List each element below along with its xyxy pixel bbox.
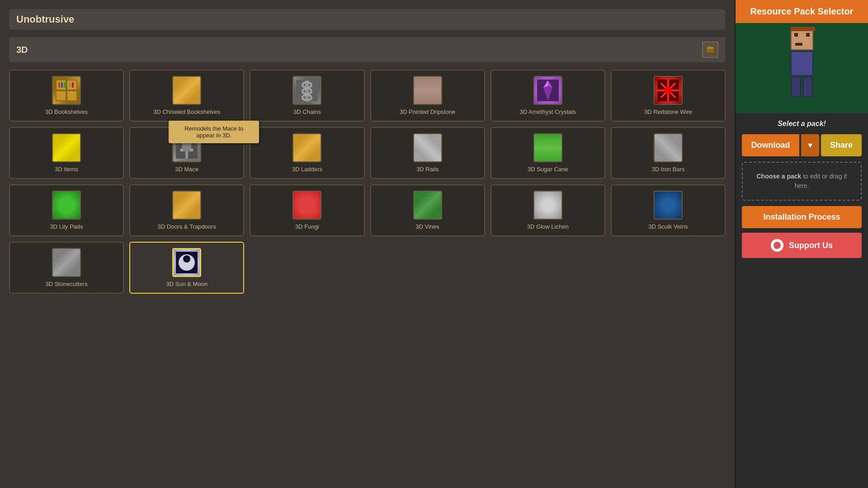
- item-icon-lilypads: [52, 191, 81, 220]
- item-name-sugarcane: 3D Sugar Cane: [528, 166, 568, 173]
- sidebar-select-label: Select a pack!: [736, 113, 868, 134]
- item-icon-amethyst: [533, 76, 562, 105]
- item-card-amethyst[interactable]: 3D Amethyst Crystals: [491, 70, 605, 122]
- item-name-stonecutters: 3D Stonecutters: [45, 281, 87, 287]
- subsection-icon: [702, 42, 718, 58]
- svg-rect-8: [67, 91, 76, 100]
- item-name-mace: 3D Mace: [175, 166, 198, 173]
- item-name-doors: 3D Doors & Trapdoors: [158, 223, 216, 230]
- item-icon-vines: [413, 191, 442, 220]
- svg-rect-2: [709, 46, 711, 49]
- download-button[interactable]: Download: [742, 134, 799, 156]
- item-card-redstone[interactable]: 3D Redstone Wire: [611, 70, 726, 122]
- main-content: Unobtrusive 3D 3D Bookshelves3D Chiseled…: [0, 0, 735, 488]
- svg-rect-36: [190, 149, 193, 151]
- item-card-vines[interactable]: 3D Vines: [370, 184, 485, 236]
- svg-rect-13: [72, 82, 74, 88]
- sidebar: Resource Pack Selector: [735, 0, 868, 488]
- svg-rect-15: [305, 80, 309, 100]
- item-card-sunmoon[interactable]: 3D Sun & Moon: [129, 242, 244, 294]
- item-name-ironbars: 3D Iron Bars: [651, 166, 684, 173]
- share-button[interactable]: Share: [821, 134, 862, 156]
- svg-rect-9: [58, 82, 60, 88]
- svg-rect-7: [57, 91, 66, 100]
- item-name-amethyst: 3D Amethyst Crystals: [520, 108, 576, 115]
- item-name-glowlichen: 3D Glow Lichen: [527, 223, 569, 230]
- item-name-sunmoon: 3D Sun & Moon: [166, 281, 208, 287]
- svg-rect-1: [708, 47, 709, 49]
- item-name-lilypads: 3D Lily Pads: [50, 223, 83, 230]
- minecraft-character: [775, 28, 829, 109]
- item-card-stonecutters[interactable]: 3D Stonecutters: [9, 242, 124, 294]
- item-card-chiseled-bookshelves[interactable]: 3D Chiseled BookshelvesRemodels the Mace…: [129, 70, 244, 122]
- item-icon-ladders: [292, 133, 321, 162]
- item-card-bookshelves[interactable]: 3D Bookshelves: [9, 70, 124, 122]
- item-card-ironbars[interactable]: 3D Iron Bars: [611, 127, 726, 179]
- item-name-sculkveins: 3D Sculk Veins: [648, 223, 688, 230]
- download-share-group: Download ▼ Share: [742, 134, 862, 156]
- item-card-lilypads[interactable]: 3D Lily Pads: [9, 184, 124, 236]
- item-card-fungi[interactable]: 3D Fungi: [250, 184, 364, 236]
- svg-rect-35: [180, 149, 183, 151]
- item-icon-sculkveins: [654, 191, 683, 220]
- svg-rect-11: [64, 82, 66, 88]
- svg-point-29: [665, 87, 672, 94]
- sidebar-header: Resource Pack Selector: [736, 0, 868, 23]
- item-card-doors[interactable]: 3D Doors & Trapdoors: [129, 184, 244, 236]
- item-icon-fungi: [292, 191, 321, 220]
- item-card-glowlichen[interactable]: 3D Glow Lichen: [491, 184, 605, 236]
- item-name-chiseled-bookshelves: 3D Chiseled Bookshelves: [153, 108, 220, 115]
- sidebar-preview: [736, 23, 868, 113]
- item-card-sugarcane[interactable]: 3D Sugar Cane: [491, 127, 605, 179]
- item-icon-stonecutters: [52, 248, 81, 277]
- item-name-chains: 3D Chains: [293, 108, 321, 115]
- item-name-rails: 3D Rails: [416, 166, 439, 173]
- support-us-button[interactable]: Support Us: [742, 233, 862, 258]
- item-icon-redstone: [654, 76, 683, 105]
- item-name-dripstone: 3D Pointed Dripstone: [400, 108, 456, 115]
- item-card-ladders[interactable]: 3D Ladders: [250, 127, 364, 179]
- item-icon-doors: [172, 191, 201, 220]
- item-name-vines: 3D Vines: [415, 223, 439, 230]
- item-icon-sugarcane: [533, 133, 562, 162]
- item-name-items: 3D Items: [55, 166, 78, 173]
- download-arrow-button[interactable]: ▼: [801, 134, 819, 156]
- section-title: Unobtrusive: [9, 9, 726, 30]
- choose-pack-text1: Choose a pack: [757, 173, 802, 180]
- item-card-chains[interactable]: 3D Chains: [250, 70, 364, 122]
- subsection-title: 3D: [16, 45, 28, 55]
- item-name-ladders: 3D Ladders: [292, 166, 322, 173]
- choose-pack-text2: to edit or drag it here.: [795, 173, 847, 189]
- item-icon-sunmoon: [172, 248, 201, 277]
- item-card-sculkveins[interactable]: 3D Sculk Veins: [611, 184, 726, 236]
- patreon-icon: [771, 239, 783, 252]
- svg-point-39: [183, 255, 190, 263]
- svg-rect-32: [182, 142, 191, 151]
- support-us-label: Support Us: [789, 241, 833, 250]
- item-icon-dripstone: [413, 76, 442, 105]
- item-card-rails[interactable]: 3D Rails: [370, 127, 485, 179]
- item-icon-glowlichen: [533, 191, 562, 220]
- installation-process-button[interactable]: Installation Process: [742, 206, 862, 228]
- items-grid: 3D Bookshelves3D Chiseled BookshelvesRem…: [9, 70, 726, 294]
- sidebar-buttons: Download ▼ Share: [736, 134, 868, 156]
- item-icon-items: [52, 133, 81, 162]
- item-icon-chains: [292, 76, 321, 105]
- svg-rect-3: [711, 47, 713, 49]
- item-icon-chiseled-bookshelves: [172, 76, 201, 105]
- item-card-dripstone[interactable]: 3D Pointed Dripstone: [370, 70, 485, 122]
- item-name-fungi: 3D Fungi: [295, 223, 319, 230]
- item-icon-ironbars: [654, 133, 683, 162]
- tooltip-chiseled-bookshelves: Remodels the Mace to appear in 3D.: [169, 121, 259, 143]
- subsection-header: 3D: [9, 37, 726, 62]
- item-name-redstone: 3D Redstone Wire: [644, 108, 692, 115]
- choose-pack-box: Choose a pack to edit or drag it here.: [742, 162, 862, 201]
- item-icon-bookshelves: [52, 76, 81, 105]
- svg-rect-12: [69, 82, 71, 88]
- item-card-items[interactable]: 3D Items: [9, 127, 124, 179]
- svg-rect-10: [61, 82, 63, 88]
- item-name-bookshelves: 3D Bookshelves: [45, 108, 88, 115]
- item-icon-rails: [413, 133, 442, 162]
